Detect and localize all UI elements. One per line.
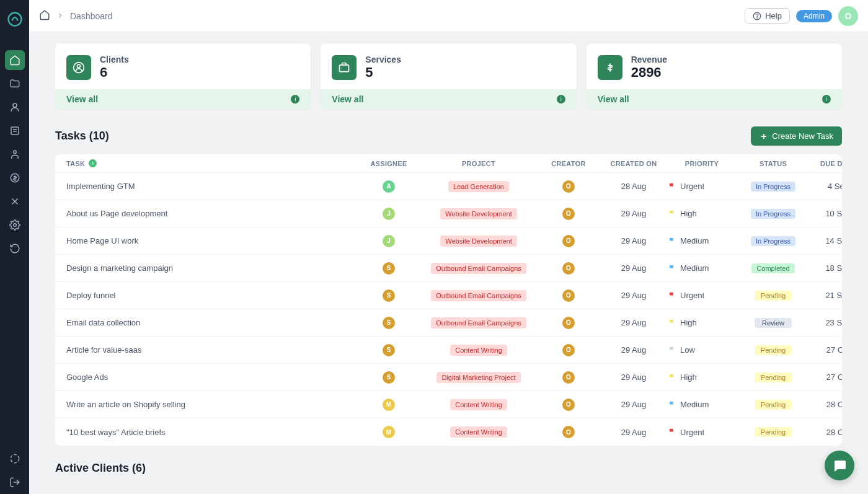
stat-value: 6 — [100, 64, 129, 81]
table-row[interactable]: Deploy funnel S Outbound Email Campaigns… — [55, 282, 842, 309]
nav-logout[interactable] — [5, 472, 25, 492]
flag-icon — [668, 237, 676, 245]
table-row[interactable]: Google Ads S Digital Marketing Project O… — [55, 364, 842, 391]
nav-restore[interactable] — [5, 239, 25, 258]
table-row[interactable]: About us Page development J Website Deve… — [55, 200, 842, 227]
creator-avatar: O — [562, 426, 575, 438]
table-row[interactable]: Write an article on Shopify selling M Co… — [55, 391, 842, 418]
creator-avatar: O — [562, 289, 575, 302]
info-icon[interactable]: i — [822, 95, 831, 104]
assignee-avatar: M — [383, 399, 395, 411]
view-all-link[interactable]: View all — [332, 94, 363, 104]
project-tag: Digital Marketing Project — [436, 372, 520, 383]
nav-user[interactable] — [5, 144, 25, 164]
status-badge: Pending — [755, 291, 792, 301]
app-logo[interactable] — [6, 10, 24, 29]
status-cell: Pending — [736, 345, 810, 355]
user-avatar[interactable]: O — [838, 6, 858, 26]
assignee-avatar: S — [383, 344, 395, 356]
assignee-avatar: S — [383, 371, 395, 384]
stat-label: Services — [365, 55, 401, 64]
created-on: 29 Aug — [600, 400, 668, 409]
info-icon[interactable]: i — [557, 95, 565, 104]
created-on: 29 Aug — [600, 209, 668, 218]
flag-icon — [668, 373, 676, 382]
status-badge: In Progress — [751, 182, 795, 192]
svg-point-0 — [8, 13, 21, 26]
nav-folder[interactable] — [5, 74, 25, 94]
creator-avatar: O — [562, 235, 575, 247]
created-on: 29 Aug — [600, 291, 668, 300]
status-cell: Review — [736, 318, 810, 328]
priority-cell: Urgent — [668, 428, 736, 437]
flag-icon — [668, 400, 676, 409]
assignee-cell: J — [358, 235, 420, 247]
task-name: Write an article on Shopify selling — [66, 400, 358, 409]
nav-tools[interactable] — [5, 192, 25, 211]
tasks-header: Tasks (10) Create New Task — [55, 126, 842, 146]
nav-billing[interactable] — [5, 168, 25, 188]
info-icon[interactable]: i — [291, 95, 299, 104]
chevron-right-icon — [56, 11, 64, 21]
stat-label: Revenue — [631, 55, 667, 64]
created-on: 29 Aug — [600, 263, 668, 273]
flag-icon — [668, 291, 676, 300]
topbar-right: Help Admin O — [745, 6, 858, 26]
admin-badge[interactable]: Admin — [796, 10, 832, 22]
status-badge: In Progress — [751, 236, 795, 246]
table-row[interactable]: "10 best ways" Article briefs M Content … — [55, 418, 842, 446]
stats-row: Clients 6 View all i Services 5 View all… — [55, 43, 842, 109]
nav-settings[interactable] — [5, 215, 25, 235]
table-row[interactable]: Implementing GTM A Lead Generation O 28 … — [55, 173, 842, 200]
view-all-link[interactable]: View all — [598, 94, 629, 104]
project-cell: Outbound Email Campaigns — [420, 263, 538, 274]
create-task-label: Create New Task — [772, 131, 833, 141]
svg-point-13 — [78, 64, 81, 68]
svg-point-7 — [13, 224, 16, 227]
project-tag: Outbound Email Campaigns — [431, 317, 526, 329]
dollar-icon — [598, 55, 622, 80]
help-button[interactable]: Help — [745, 8, 790, 24]
nav-sync[interactable] — [5, 449, 25, 469]
assignee-cell: M — [358, 399, 420, 411]
chat-widget[interactable] — [825, 451, 854, 480]
assignee-avatar: M — [383, 426, 395, 438]
nav-home[interactable] — [5, 50, 25, 70]
nav-list[interactable] — [5, 121, 25, 141]
table-row[interactable]: Home Page UI work J Website Development … — [55, 227, 842, 255]
assignee-cell: M — [358, 426, 420, 438]
create-task-button[interactable]: Create New Task — [751, 126, 842, 146]
col-assignee: ASSIGNEE — [358, 160, 420, 167]
col-creator: CREATOR — [538, 160, 600, 167]
info-icon[interactable]: i — [89, 159, 97, 167]
creator-cell: O — [538, 262, 600, 275]
project-cell: Website Development — [420, 208, 538, 219]
sidebar — [0, 0, 29, 494]
home-icon[interactable] — [39, 9, 50, 22]
priority-label: High — [680, 209, 697, 218]
due-date: 27 Oct — [810, 345, 842, 355]
due-date: 27 Oct — [810, 373, 842, 382]
priority-cell: Urgent — [668, 182, 736, 191]
due-date: 28 Oct — [810, 400, 842, 409]
nav-clients[interactable] — [5, 97, 25, 117]
status-badge: Pending — [755, 427, 792, 437]
table-row[interactable]: Email data collection S Outbound Email C… — [55, 309, 842, 337]
assignee-cell: S — [358, 289, 420, 302]
stat-card: Clients 6 View all i — [55, 43, 311, 109]
col-task: TASK i — [66, 159, 358, 167]
creator-cell: O — [538, 344, 600, 356]
due-date: 18 Sep — [810, 263, 842, 273]
content: Clients 6 View all i Services 5 View all… — [29, 32, 868, 494]
table-row[interactable]: Design a marketing campaign S Outbound E… — [55, 255, 842, 282]
assignee-avatar: A — [383, 180, 395, 193]
task-name: Design a marketing campaign — [66, 263, 358, 273]
project-tag: Outbound Email Campaigns — [431, 263, 526, 274]
col-due-date: DUE DATE — [810, 160, 842, 167]
stat-card: Services 5 View all i — [321, 43, 576, 109]
view-all-link[interactable]: View all — [66, 94, 98, 104]
table-row[interactable]: Article for value-saas S Content Writing… — [55, 337, 842, 364]
status-badge: Completed — [751, 263, 794, 273]
priority-label: Medium — [680, 236, 709, 245]
priority-label: Low — [680, 345, 695, 355]
